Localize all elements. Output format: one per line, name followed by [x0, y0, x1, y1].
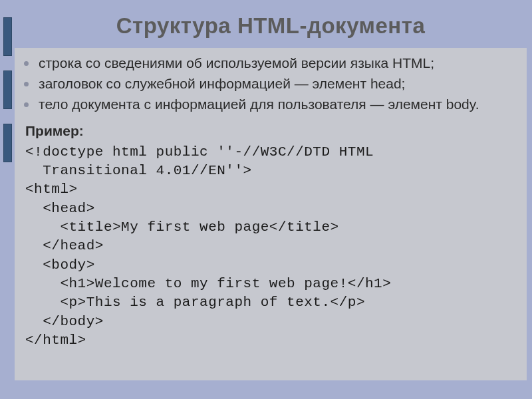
bullet-item: строка со сведениями об используемой вер… [37, 55, 515, 72]
bullet-item: заголовок со служебной информацией — эле… [37, 75, 515, 93]
sidebar-mark [3, 70, 12, 109]
sidebar-mark [3, 17, 12, 56]
slide-content: Структура HTML-документа строка со сведе… [15, 0, 527, 399]
bullet-item: тело документа с информацией для пользов… [37, 96, 515, 114]
sidebar-decoration [0, 0, 12, 399]
code-block: <!doctype html public ''-//W3C//DTD HTML… [25, 143, 515, 350]
example-label: Пример: [25, 123, 515, 139]
bullet-list: строка со сведениями об используемой вер… [37, 55, 515, 114]
slide-body: строка со сведениями об используемой вер… [15, 48, 527, 380]
sidebar-mark [3, 124, 12, 162]
slide-title: Структура HTML-документа [15, 0, 527, 48]
